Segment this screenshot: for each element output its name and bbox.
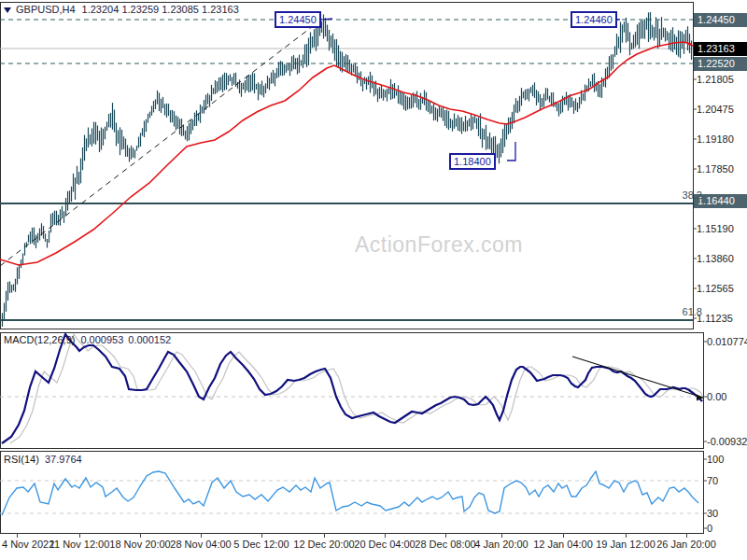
fib-382-label: 38.2 <box>670 189 702 201</box>
time-tick-label: 20 Dec 04:00 <box>354 539 415 550</box>
price-level-label: 1.23163 <box>694 42 747 56</box>
macd-indicator-label: MACD(12,26,9)0.0009530.000152 <box>4 334 171 345</box>
ohlc-values: 1.23204 1.23259 1.23085 1.23163 <box>82 4 239 15</box>
time-tick-label: 26 Jan 20:00 <box>656 539 716 550</box>
rsi-tick-label: 0 <box>707 522 712 535</box>
macd-tick-label: 0.010774 <box>707 335 747 348</box>
price-tick-label: 1.13860 <box>697 252 734 265</box>
chart-canvas[interactable] <box>0 0 747 560</box>
time-tick-label: 18 Nov 20:00 <box>109 539 170 550</box>
price-tick-label: 1.21805 <box>697 73 734 86</box>
annotation-box-resistance-2[interactable]: 1.24460 <box>571 11 617 28</box>
rsi-indicator-label: RSI(14)37.9764 <box>4 454 82 465</box>
time-tick-label: 4 Nov 2022 <box>2 539 54 550</box>
symbol-timeframe: GBPUSD,H4 <box>16 4 76 15</box>
chart-title: GBPUSD,H41.23204 1.23259 1.23085 1.23163 <box>4 4 239 15</box>
annotation-box-support[interactable]: 1.18400 <box>449 153 496 170</box>
rsi-tick-label: 100 <box>707 453 724 466</box>
rsi-name: RSI(14) <box>4 454 39 465</box>
annotation-box-resistance-1[interactable]: 1.24450 <box>275 11 321 28</box>
time-tick-label: 12 Dec 20:00 <box>293 539 354 550</box>
macd-value-signal: 0.000152 <box>128 334 171 345</box>
time-tick-label: 28 Nov 04:00 <box>170 539 231 550</box>
fib-618-label: 61.8 <box>670 306 702 317</box>
macd-value-main: 0.000953 <box>80 334 123 345</box>
price-level-label: 1.24450 <box>694 13 747 27</box>
symbol-dropdown-icon[interactable] <box>4 7 11 13</box>
price-tick-label: 1.12565 <box>697 282 734 295</box>
macd-tick-label: 0.00 <box>707 390 726 403</box>
price-tick-label: 1.15190 <box>697 222 734 235</box>
time-tick-label: 11 Nov 12:00 <box>49 539 110 550</box>
time-tick-label: 5 Dec 12:00 <box>233 539 289 550</box>
time-tick-label: 19 Jan 12:00 <box>596 539 655 550</box>
time-tick-label: 4 Jan 20:00 <box>474 539 529 550</box>
price-level-label: 1.22520 <box>694 57 747 71</box>
rsi-tick-label: 70 <box>707 474 718 487</box>
time-tick-label: 28 Dec 08:00 <box>415 539 475 550</box>
rsi-tick-label: 30 <box>707 507 718 520</box>
price-tick-label: 1.19180 <box>697 133 734 146</box>
macd-name: MACD(12,26,9) <box>4 334 75 345</box>
rsi-value: 37.9764 <box>45 454 82 465</box>
mt4-forex-chart-window: ActionForex.com GBPUSD,H41.23204 1.23259… <box>0 0 747 560</box>
price-tick-label: 1.20475 <box>697 103 734 116</box>
price-tick-label: 1.17850 <box>697 162 734 175</box>
macd-tick-label: -0.009328 <box>707 435 747 448</box>
time-tick-label: 12 Jan 04:00 <box>533 539 593 550</box>
